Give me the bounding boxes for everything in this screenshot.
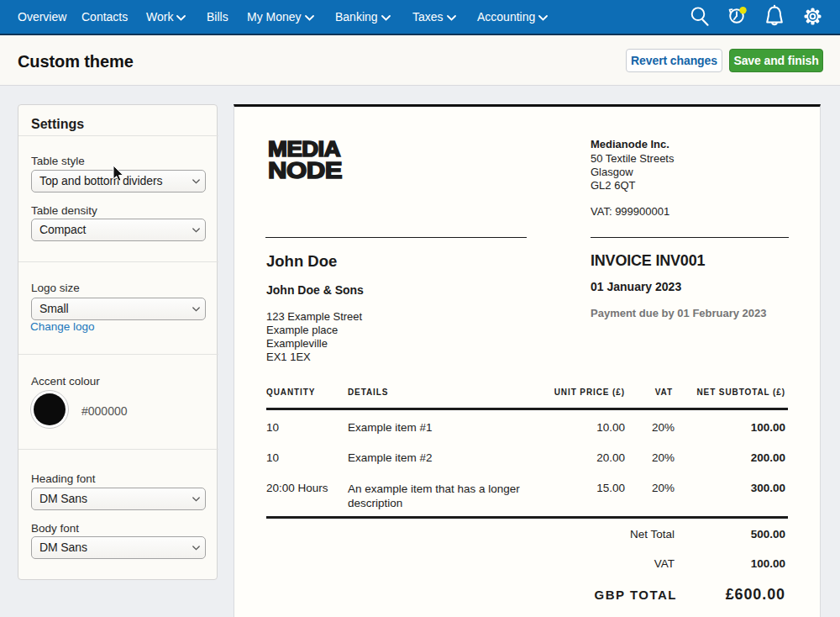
svg-text:NODE: NODE	[268, 156, 342, 183]
